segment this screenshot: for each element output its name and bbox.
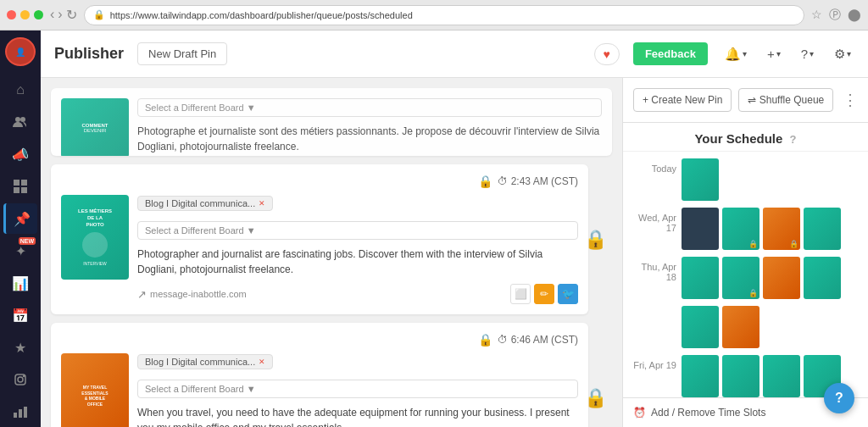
schedule-row-wed17: Wed, Apr 17 🔒 🔒 [630,208,861,250]
svg-point-0 [15,117,20,122]
lock-icon-2: 🔒 [478,333,492,347]
schedule-toolbar: + Create New Pin ⇌ Shuffle Queue ⋮ [623,78,868,123]
schedule-pin[interactable]: 🔒 [722,208,760,250]
schedule-pin[interactable] [682,158,719,201]
svg-rect-3 [21,180,27,186]
schedule-pin[interactable] [804,257,841,299]
schedule-pin[interactable]: 🔒 [763,208,800,250]
add-time-slots-icon: ⏰ [633,407,646,419]
sidebar: 👤 ⌂ 📣 📌 ✦ NEW 📊 📅 ★ [0,30,41,427]
app-title: Publisher [54,45,124,63]
bookmark-icon[interactable]: ☆ [811,8,822,23]
sidebar-item-home[interactable]: ⌂ [3,75,37,105]
schedule-row-thu18: Thu, Apr 18 🔒 [630,257,861,299]
lock-icon-1: 🔒 [478,175,492,188]
board-dropdown-1[interactable]: Select a Different Board ▼ [137,221,578,240]
sidebar-item-star[interactable]: ★ [3,332,37,363]
post-lock-right-2: 🔒 [584,387,607,409]
post-text-2: When you travel, you need to have the ad… [137,405,578,427]
post-header-2: 🔒 ⏱ 6:46 AM (CST) [61,333,578,347]
create-button[interactable]: + ▾ [764,43,784,64]
heart-icon: ♥ [604,47,610,61]
app-header: Publisher New Draft Pin ♥ Feedback 🔔 ▾ +… [41,30,868,78]
schedule-row-today: Today [630,158,861,201]
sidebar-item-publisher[interactable]: 📌 [3,203,37,234]
minimize-dot[interactable] [20,10,30,19]
schedule-label-empty-1 [630,306,676,311]
pinterest-icon[interactable]: Ⓟ [829,8,841,23]
schedule-pin[interactable] [722,355,760,397]
post-lock-right-1: 🔒 [584,229,607,251]
board-tag-2: Blog I Digital communica... ✕ [137,354,273,369]
post-thumbnail-2: MY TRAVELESSENTIALS& MOBILEOFFICE [61,353,129,427]
schedule-pin[interactable] [682,306,719,348]
profile-icon[interactable]: ⬤ [848,8,861,23]
schedule-panel: + Create New Pin ⇌ Shuffle Queue ⋮ Your … [622,78,868,427]
schedule-label-thu18: Thu, Apr 18 [630,257,676,282]
browser-chrome: ‹ › ↻ 🔒 https://www.tailwindapp.com/dash… [0,0,868,30]
schedule-label-today: Today [630,158,676,174]
svg-rect-4 [14,187,19,193]
browser-dots [7,10,43,19]
post-header-1: 🔒 ⏱ 2:43 AM (CST) [61,175,578,188]
back-button[interactable]: ‹ [50,7,54,23]
schedule-pin[interactable] [763,257,800,299]
svg-rect-11 [24,407,27,418]
post-card-partial: COMMENT DEVENIR Select a Different Board… [51,88,612,156]
address-bar[interactable]: 🔒 https://www.tailwindapp.com/dashboard/… [84,5,804,25]
close-dot[interactable] [7,10,16,19]
schedule-pin[interactable] [682,208,719,250]
reload-button[interactable]: ↻ [66,7,77,23]
create-new-pin-button[interactable]: + Create New Pin [633,88,732,112]
board-dropdown-2[interactable]: Select a Different Board ▼ [137,380,578,398]
forward-button[interactable]: › [58,7,62,23]
sidebar-item-grid[interactable] [3,171,37,202]
new-draft-pin-button[interactable]: New Draft Pin [137,42,227,65]
sidebar-item-chart[interactable]: 📊 [3,268,37,298]
svg-point-1 [20,117,25,122]
sidebar-item-instagram[interactable] [3,364,37,395]
posts-column: COMMENT DEVENIR Select a Different Board… [41,78,622,427]
action-copy-1[interactable]: ⬜ [510,284,531,304]
notification-button[interactable]: 🔔 ▾ [721,43,750,65]
sidebar-item-people[interactable] [3,107,37,137]
svg-point-7 [18,377,23,382]
avatar[interactable]: 👤 [5,37,36,66]
heart-button[interactable]: ♥ [594,43,620,65]
board-dropdown-0[interactable]: Select a Different Board ▼ [137,98,602,117]
schedule-pin[interactable] [804,208,841,250]
schedule-scroll: Today Wed, Apr 17 🔒 [623,152,868,397]
maximize-dot[interactable] [34,10,43,19]
schedule-pin[interactable] [682,355,719,397]
schedule-pin[interactable] [763,355,800,397]
sidebar-item-megaphone[interactable]: 📣 [3,139,37,169]
new-badge: NEW [19,237,36,245]
browser-navigation: ‹ › ↻ [50,7,77,23]
schedule-help-icon[interactable]: ? [790,133,797,146]
svg-rect-2 [14,180,19,186]
schedule-pin[interactable]: 🔒 [722,257,760,299]
post-card-1: 🔒 ⏱ 2:43 AM (CST) LES MÉTIERSDE LAPHOTO … [51,164,588,314]
more-options-button[interactable]: ⋮ [843,91,858,109]
sidebar-item-new[interactable]: ✦ NEW [3,236,37,266]
schedule-row-thu18-cont [630,306,861,348]
post-time-1: ⏱ 2:43 AM (CST) [498,175,578,187]
url-text: https://www.tailwindapp.com/dashboard/pu… [110,10,413,20]
shuffle-queue-button[interactable]: ⇌ Shuffle Queue [738,88,833,112]
schedule-pin[interactable] [722,306,760,348]
action-edit-1[interactable]: ✏ [534,284,554,304]
action-twitter-1[interactable]: 🐦 [558,284,578,304]
post-card-2: 🔒 ⏱ 6:46 AM (CST) MY TRAVELESSENTIALS& M… [51,323,588,427]
help-button[interactable]: ? ▾ [798,43,817,64]
sidebar-item-analytics[interactable] [3,396,37,427]
svg-rect-5 [21,187,27,193]
schedule-pin[interactable] [682,257,719,299]
post-text-1: Photographer and journalist are fascinat… [137,247,578,277]
help-chat-button[interactable]: ? [824,383,854,413]
ssl-lock-icon: 🔒 [93,9,105,20]
svg-rect-10 [19,409,22,418]
board-tag-1: Blog I Digital communica... ✕ [137,196,273,211]
settings-button[interactable]: ⚙ ▾ [831,43,854,65]
sidebar-item-calendar[interactable]: 📅 [3,300,37,330]
feedback-button[interactable]: Feedback [633,42,708,65]
